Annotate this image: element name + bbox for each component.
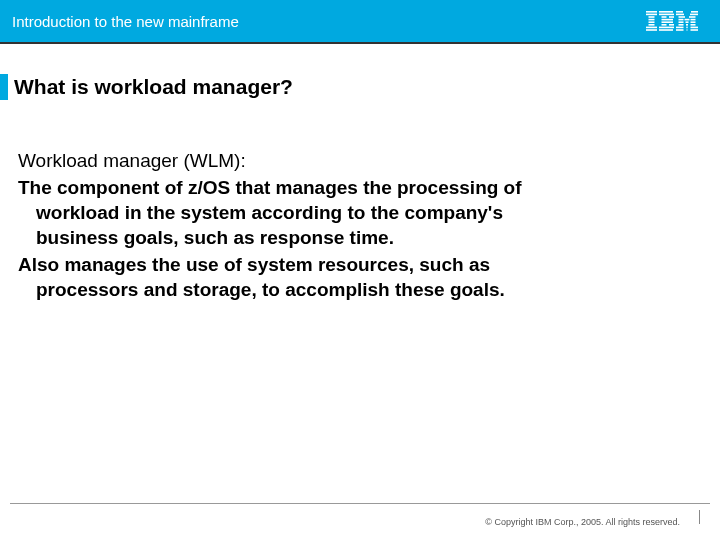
slide-title: What is workload manager? <box>14 75 293 99</box>
svg-rect-12 <box>662 19 674 21</box>
svg-rect-11 <box>669 16 674 18</box>
para2-line2: processors and storage, to accomplish th… <box>18 277 505 302</box>
svg-rect-19 <box>691 11 698 13</box>
svg-rect-17 <box>659 29 673 31</box>
svg-rect-16 <box>659 27 674 29</box>
svg-rect-24 <box>679 19 684 21</box>
svg-rect-23 <box>689 16 696 18</box>
lead-line: Workload manager (WLM): <box>18 148 692 173</box>
svg-rect-29 <box>691 21 696 23</box>
svg-rect-33 <box>676 27 684 29</box>
content-area: Workload manager (WLM): The component of… <box>0 100 720 302</box>
svg-rect-38 <box>691 29 699 31</box>
svg-rect-25 <box>685 19 690 21</box>
svg-rect-31 <box>686 24 688 26</box>
para1-line3: business goals, such as response time. <box>18 225 394 250</box>
header-bar: Introduction to the new mainframe <box>0 0 720 42</box>
title-row: What is workload manager? <box>0 74 720 100</box>
svg-rect-13 <box>662 21 674 23</box>
ibm-logo-icon <box>646 11 698 31</box>
footer-tick-mark <box>699 510 700 524</box>
paragraph-2: Also manages the use of system resources… <box>18 252 692 302</box>
title-accent-bar <box>0 74 8 100</box>
svg-rect-37 <box>687 29 688 31</box>
paragraph-1: The component of z/OS that manages the p… <box>18 175 692 250</box>
svg-rect-0 <box>646 11 657 13</box>
svg-rect-26 <box>691 19 696 21</box>
svg-rect-2 <box>649 16 655 18</box>
svg-rect-6 <box>646 27 657 29</box>
copyright-text: © Copyright IBM Corp., 2005. All rights … <box>485 517 680 527</box>
svg-rect-35 <box>691 27 699 29</box>
svg-rect-28 <box>686 21 689 23</box>
svg-rect-34 <box>686 27 687 29</box>
svg-rect-7 <box>646 29 657 31</box>
para2-line1: Also manages the use of system resources… <box>18 254 490 275</box>
svg-rect-1 <box>646 14 657 16</box>
svg-rect-5 <box>649 24 655 26</box>
svg-rect-15 <box>669 24 674 26</box>
svg-rect-3 <box>649 19 655 21</box>
svg-rect-14 <box>662 24 667 26</box>
svg-rect-21 <box>690 14 698 16</box>
para1-line1: The component of z/OS that manages the p… <box>18 177 522 198</box>
svg-rect-22 <box>679 16 686 18</box>
svg-rect-32 <box>691 24 696 26</box>
svg-rect-27 <box>679 21 684 23</box>
svg-rect-18 <box>676 11 683 13</box>
svg-rect-4 <box>649 21 655 23</box>
svg-rect-8 <box>659 11 673 13</box>
svg-rect-20 <box>676 14 684 16</box>
para1-line2: workload in the system according to the … <box>18 200 503 225</box>
footer: © Copyright IBM Corp., 2005. All rights … <box>0 503 720 540</box>
svg-rect-36 <box>676 29 684 31</box>
svg-rect-9 <box>659 14 674 16</box>
svg-rect-10 <box>662 16 667 18</box>
svg-rect-30 <box>679 24 684 26</box>
header-subtitle: Introduction to the new mainframe <box>12 13 239 30</box>
